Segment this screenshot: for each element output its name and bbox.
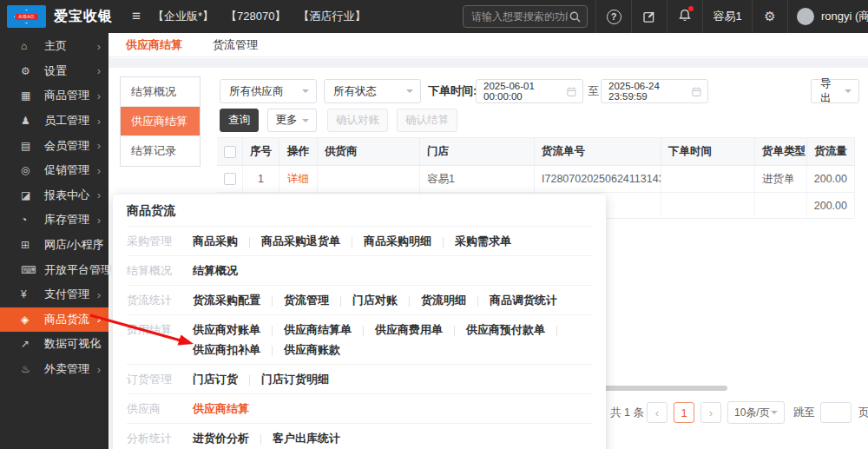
menu-item[interactable]: 供应商费用单	[375, 322, 443, 337]
tab-flow-management[interactable]: 货流管理	[213, 33, 258, 57]
sidebar-item-payment[interactable]: ¥支付管理›	[0, 282, 108, 307]
jump-page-input[interactable]	[820, 402, 852, 423]
sidebar-item-inventory[interactable]: ◔库存管理›	[0, 208, 108, 233]
more-button[interactable]: 更多	[267, 109, 317, 132]
home-icon: ⌂	[21, 40, 35, 52]
col-doc-type: 货单类型	[755, 138, 807, 166]
gear-icon: ⚙	[21, 65, 35, 77]
sidebar-item-onlineshop[interactable]: ⊞网店/小程序›	[0, 233, 108, 258]
menu-item[interactable]: 商品采购退货单	[261, 234, 340, 248]
menu-item[interactable]: 门店对账	[352, 293, 398, 307]
col-flow-qty: 货流量	[807, 138, 855, 166]
dataviz-icon: ↗	[21, 338, 35, 350]
merchant-id-tag[interactable]: 【728070】	[226, 9, 286, 24]
feedback-button[interactable]	[632, 0, 667, 33]
date-to-input[interactable]: 2025-06-24 23:59:59	[601, 79, 708, 103]
detail-link[interactable]: 详细	[279, 166, 318, 193]
menu-item[interactable]: 结算概况	[193, 263, 238, 278]
function-search[interactable]	[463, 5, 588, 28]
menu-section-settlement-overview: 结算概况 结算概况	[127, 256, 592, 286]
page-tabbar: 供应商结算 货流管理	[108, 33, 868, 57]
sidebar-item-promotion[interactable]: ◎促销管理›	[0, 158, 108, 183]
sidebar-item-takeout[interactable]: ♨外卖管理›	[0, 357, 108, 382]
notifications-button[interactable]	[667, 0, 702, 33]
col-order-time: 下单时间	[661, 138, 755, 166]
confirm-reconcile-button[interactable]: 确认对账	[327, 109, 388, 132]
row-checkbox[interactable]	[224, 173, 236, 185]
goods-logistics-menu-popup: 商品货流 采购管理 商品采购 商品采购退货单 商品采购明细 采购需求单 结算概况…	[113, 195, 606, 449]
tab-supplier-settlement[interactable]: 供应商结算	[126, 33, 182, 57]
pagination-total: 共 1 条	[610, 401, 644, 424]
user-menu[interactable]: rongyi (商户登	[788, 0, 868, 33]
menu-item[interactable]: 进货价分析	[193, 431, 249, 446]
industry-tag[interactable]: 【酒店行业】	[298, 9, 365, 24]
store-switcher[interactable]: 容易1	[703, 0, 752, 33]
menu-item[interactable]: 供应商账款	[284, 342, 340, 357]
subnav-item-supplier-settlement[interactable]: 供应商结算	[121, 107, 200, 136]
col-action: 操作	[279, 138, 318, 166]
settlement-subnav: 结算概况 供应商结算 结算记录	[120, 76, 201, 167]
col-store: 门店	[420, 138, 535, 166]
brand-title: 爱宝收银	[54, 8, 113, 26]
menu-section-analysis: 分析统计 进货价分析 客户出库统计	[127, 424, 592, 449]
sidebar-item-settings[interactable]: ⚙设置›	[0, 59, 108, 84]
cell-supplier	[318, 166, 420, 193]
sidebar-item-goods[interactable]: ▦商品管理›	[0, 83, 108, 109]
next-page-button[interactable]: ›	[700, 402, 721, 423]
payment-icon: ¥	[21, 288, 35, 300]
chevron-right-icon: ›	[97, 313, 101, 326]
menu-item[interactable]: 门店订货明细	[261, 372, 329, 386]
menu-item[interactable]: 供应商结算单	[284, 322, 352, 337]
app-logo[interactable]: AIBAO 爱宝收银	[7, 5, 113, 28]
menu-item[interactable]: 货流管理	[284, 293, 329, 307]
page-size-select[interactable]: 10条/页	[727, 401, 785, 424]
menu-item[interactable]: 采购需求单	[455, 234, 511, 248]
chevron-right-icon: ›	[97, 263, 101, 276]
export-button[interactable]: 导出	[811, 79, 859, 103]
sidebar-item-staff[interactable]: ♟员工管理›	[0, 109, 108, 134]
help-button[interactable]: ?	[596, 0, 631, 33]
menu-item[interactable]: 门店订货	[193, 372, 238, 386]
menu-item-supplier-settlement-active[interactable]: 供应商结算	[193, 401, 249, 416]
chevron-down-icon	[771, 411, 778, 418]
status-select[interactable]: 所有状态	[324, 79, 421, 103]
settings-button[interactable]: ⚙	[753, 0, 787, 33]
menu-section-purchase: 采购管理 商品采购 商品采购退货单 商品采购明细 采购需求单	[127, 227, 592, 256]
menu-item[interactable]: 货流明细	[421, 293, 466, 307]
inventory-icon: ◔	[21, 214, 35, 226]
chevron-right-icon: ›	[97, 338, 101, 351]
cell-store: 容易1	[420, 166, 535, 193]
menu-toggle-icon[interactable]: ≡	[132, 8, 141, 25]
sidebar-item-reports[interactable]: ◪报表中心›	[0, 183, 108, 208]
menu-item[interactable]: 客户出库统计	[273, 431, 340, 446]
edition-tag[interactable]: 【企业版*】	[153, 9, 214, 24]
select-all-cell	[217, 138, 243, 166]
search-input[interactable]	[464, 10, 569, 23]
col-flow-no: 货流单号	[535, 138, 661, 166]
cell-flow-qty: 200.00	[807, 166, 855, 193]
menu-item[interactable]: 供应商对账单	[193, 322, 260, 337]
subnav-item-settlement-records[interactable]: 结算记录	[121, 136, 200, 166]
subnav-item-settlement-overview[interactable]: 结算概况	[121, 77, 200, 107]
sidebar-item-home[interactable]: ⌂主页›	[0, 34, 108, 59]
menu-item-supplier-deduction[interactable]: 供应商扣补单	[193, 342, 260, 357]
summary-flow-qty: 200.00	[807, 193, 855, 219]
date-from-input[interactable]: 2025-06-01 00:00:00	[476, 79, 583, 103]
menu-item[interactable]: 商品调货统计	[490, 293, 557, 307]
sidebar-item-members[interactable]: ▤会员管理›	[0, 133, 108, 158]
query-button[interactable]: 查询	[220, 109, 259, 132]
menu-item[interactable]: 商品采购	[193, 234, 238, 248]
sidebar-item-open-platform[interactable]: ⌨开放平台管理›	[0, 257, 108, 282]
menu-item[interactable]: 货流采购配置	[193, 293, 260, 307]
order-time-label: 下单时间:	[428, 79, 477, 103]
sidebar-item-goods-logistics[interactable]: ◈商品货流›	[0, 307, 108, 333]
supplier-select[interactable]: 所有供应商	[220, 79, 317, 103]
col-supplier: 供货商	[318, 138, 420, 166]
menu-item[interactable]: 供应商预付款单	[466, 322, 545, 337]
select-all-checkbox[interactable]	[224, 146, 236, 158]
menu-item[interactable]: 商品采购明细	[364, 234, 431, 248]
confirm-settle-button[interactable]: 确认结算	[397, 109, 457, 132]
sidebar-item-data-visualization[interactable]: ↗数据可视化›	[0, 332, 108, 357]
page-number-button[interactable]: 1	[674, 402, 694, 423]
prev-page-button[interactable]: ‹	[647, 402, 667, 423]
